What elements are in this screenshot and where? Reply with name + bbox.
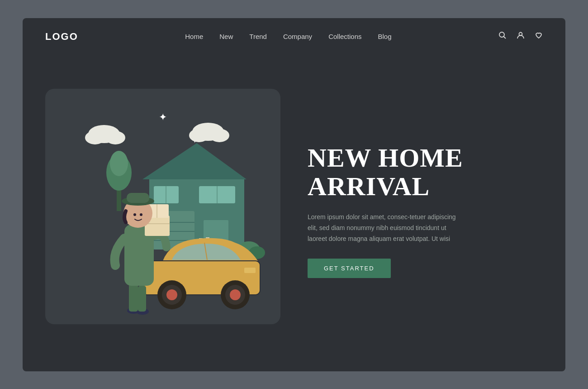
svg-marker-16 (142, 143, 247, 179)
header: LOGO Home New Trend Company Collections … (23, 18, 565, 55)
svg-point-10 (189, 129, 209, 142)
hero-title-line2: ARRIVAL (308, 172, 430, 201)
header-icons (498, 31, 543, 42)
search-icon[interactable] (498, 31, 507, 42)
svg-rect-44 (129, 283, 138, 312)
cta-button[interactable]: GET STARTED (308, 259, 391, 278)
svg-rect-45 (138, 286, 146, 312)
svg-line-1 (504, 37, 506, 39)
nav-blog[interactable]: Blog (378, 33, 392, 40)
heart-icon[interactable] (535, 31, 543, 42)
page-wrapper: LOGO Home New Trend Company Collections … (23, 18, 565, 371)
logo: LOGO (45, 31, 78, 43)
svg-point-7 (85, 131, 105, 144)
svg-point-8 (105, 131, 125, 144)
svg-point-11 (209, 129, 229, 142)
svg-text:✦: ✦ (159, 111, 167, 123)
nav-home[interactable]: Home (185, 33, 203, 40)
hero-title: NEW HOME ARRIVAL (308, 144, 543, 202)
hero-title-line1: NEW HOME (308, 143, 463, 173)
nav-collections[interactable]: Collections (328, 33, 361, 40)
svg-rect-40 (244, 268, 256, 273)
svg-point-55 (140, 213, 142, 216)
nav-new[interactable]: New (219, 33, 233, 40)
nav-trend[interactable]: Trend (249, 33, 267, 40)
svg-point-14 (110, 151, 128, 176)
navigation: Home New Trend Company Collections Blog (185, 33, 391, 40)
svg-point-0 (499, 32, 504, 37)
svg-point-39 (230, 289, 241, 300)
hero-description: Lorem ipsum dolor sit amet, consec-tetue… (308, 212, 461, 244)
svg-point-54 (133, 213, 136, 216)
user-icon[interactable] (517, 31, 525, 42)
svg-point-36 (166, 289, 177, 300)
nav-company[interactable]: Company (283, 33, 312, 40)
illustration-card: ✦ ✦ ✦ (45, 89, 280, 324)
right-content: NEW HOME ARRIVAL Lorem ipsum dolor sit a… (308, 134, 543, 279)
svg-rect-53 (127, 193, 149, 203)
main-content: ✦ ✦ ✦ (23, 55, 565, 371)
